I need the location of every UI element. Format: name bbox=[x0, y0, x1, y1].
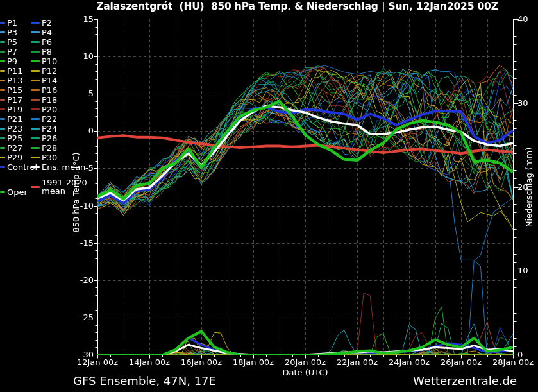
legend-label: P8 bbox=[42, 47, 52, 56]
date-tick-label: 26Jan 00z bbox=[434, 357, 488, 367]
legend-label: P24 bbox=[42, 124, 57, 133]
temp-tick-label: -5 bbox=[65, 164, 94, 173]
legend-swatch bbox=[0, 191, 5, 193]
legend-swatch bbox=[31, 31, 40, 33]
legend-swatch bbox=[0, 22, 5, 24]
legend-swatch bbox=[0, 157, 5, 158]
date-tick-label: 22Jan 00z bbox=[330, 357, 384, 367]
legend-label: P25 bbox=[7, 134, 22, 142]
legend-item-p27: P27 bbox=[0, 143, 22, 153]
legend-swatch bbox=[31, 80, 40, 81]
legend-swatch bbox=[0, 51, 5, 53]
legend-label: P17 bbox=[7, 96, 22, 104]
legend-label: P18 bbox=[42, 96, 57, 104]
legend-swatch bbox=[31, 147, 40, 149]
legend-label: P1 bbox=[7, 19, 17, 27]
temp-tick-label: 5 bbox=[65, 89, 94, 98]
legend-item-p30: P30 bbox=[31, 153, 92, 162]
legend-item-p7: P7 bbox=[0, 47, 17, 56]
ensemble-legend: P1P3P5P7P9P11P13P15P17P19P21P23P25P27P29… bbox=[0, 0, 96, 212]
legend-swatch bbox=[31, 137, 40, 139]
legend-swatch bbox=[0, 99, 5, 101]
legend-item-p4: P4 bbox=[31, 28, 92, 37]
legend-swatch bbox=[31, 41, 40, 43]
temp-tick-label: 10 bbox=[65, 52, 94, 61]
precip-tick-label: 10 bbox=[517, 266, 537, 275]
legend-label: P29 bbox=[7, 153, 22, 162]
legend-swatch bbox=[0, 166, 5, 168]
legend-label: P3 bbox=[7, 28, 17, 37]
precip-tick-label: 40 bbox=[517, 15, 537, 24]
legend-swatch bbox=[31, 118, 40, 120]
legend-label: P27 bbox=[7, 144, 22, 152]
legend-item-p21: P21 bbox=[0, 114, 22, 124]
legend-swatch bbox=[31, 157, 40, 158]
date-tick-label: 28Jan 00z bbox=[486, 357, 538, 367]
precip-tick-label: 30 bbox=[517, 99, 537, 108]
legend-item-p9: P9 bbox=[0, 56, 17, 66]
legend-label: P19 bbox=[7, 105, 22, 114]
weather-chart-page: Zalaszentgrót (HU) 850 hPa Temp. & Niede… bbox=[0, 0, 538, 392]
legend-swatch bbox=[31, 166, 40, 168]
date-tick-label: 14Jan 00z bbox=[122, 357, 176, 367]
legend-item-p12: P12 bbox=[31, 66, 92, 76]
legend-item-p19: P19 bbox=[0, 105, 22, 114]
site-branding: Wetterzentrale.de bbox=[413, 374, 517, 388]
legend-label: P30 bbox=[42, 153, 57, 162]
legend-swatch bbox=[31, 108, 40, 110]
legend-swatch bbox=[31, 22, 40, 24]
legend-label: P13 bbox=[7, 76, 22, 85]
date-tick-label: 16Jan 00z bbox=[174, 357, 228, 367]
legend-swatch bbox=[31, 51, 40, 53]
legend-label: P11 bbox=[7, 67, 22, 75]
legend-label: P5 bbox=[7, 38, 17, 46]
legend-label: P10 bbox=[42, 57, 57, 65]
legend-swatch bbox=[0, 41, 5, 43]
legend-swatch bbox=[0, 70, 5, 72]
legend-swatch bbox=[31, 99, 40, 101]
legend-swatch bbox=[31, 70, 40, 72]
legend-swatch bbox=[0, 89, 5, 91]
temp-tick-label: -25 bbox=[65, 313, 94, 322]
page-title: Zalaszentgrót (HU) 850 hPa Temp. & Niede… bbox=[56, 1, 538, 12]
legend-label: P26 bbox=[42, 134, 57, 142]
legend-item-p28: P28 bbox=[31, 143, 92, 153]
legend-item-p29: P29 bbox=[0, 153, 22, 162]
legend-item-p13: P13 bbox=[0, 76, 22, 85]
legend-swatch bbox=[0, 108, 5, 110]
legend-label: P4 bbox=[42, 28, 52, 37]
legend-swatch bbox=[31, 128, 40, 130]
legend-swatch bbox=[0, 31, 5, 33]
legend-label: Oper bbox=[7, 188, 28, 196]
legend-item-p17: P17 bbox=[0, 95, 22, 105]
legend-item-p11: P11 bbox=[0, 66, 22, 76]
date-tick-label: 24Jan 00z bbox=[382, 357, 436, 367]
temp-tick-label: -10 bbox=[65, 201, 94, 210]
legend-item-p23: P23 bbox=[0, 124, 22, 133]
legend-label: P12 bbox=[42, 67, 57, 75]
legend-item-oper: Oper bbox=[0, 187, 28, 197]
legend-item-p22: P22 bbox=[31, 114, 92, 124]
legend-label: P9 bbox=[7, 57, 17, 65]
legend-swatch bbox=[0, 147, 5, 149]
legend-label: P21 bbox=[7, 115, 22, 123]
legend-item-p14: P14 bbox=[31, 76, 92, 85]
legend-swatch bbox=[0, 60, 5, 62]
legend-label: P20 bbox=[42, 105, 57, 114]
legend-swatch bbox=[0, 118, 5, 120]
legend-label: P16 bbox=[42, 86, 57, 94]
legend-label: P6 bbox=[42, 38, 52, 46]
temp-tick-label: -20 bbox=[65, 276, 94, 285]
legend-label: P23 bbox=[7, 124, 22, 133]
legend-item-p25: P25 bbox=[0, 133, 22, 143]
legend-item-p6: P6 bbox=[31, 37, 92, 47]
legend-swatch bbox=[0, 80, 5, 81]
date-axis-label: Date (UTC) bbox=[254, 368, 357, 377]
date-tick-label: 12Jan 00z bbox=[71, 357, 124, 367]
legend-item-p15: P15 bbox=[0, 85, 22, 95]
legend-label: P15 bbox=[7, 86, 22, 94]
legend-label: P22 bbox=[42, 115, 57, 123]
legend-swatch bbox=[31, 89, 40, 91]
legend-label: 1991-2020 mean bbox=[42, 178, 88, 195]
legend-item-1991-2020-mean: 1991-2020 mean bbox=[31, 177, 92, 196]
